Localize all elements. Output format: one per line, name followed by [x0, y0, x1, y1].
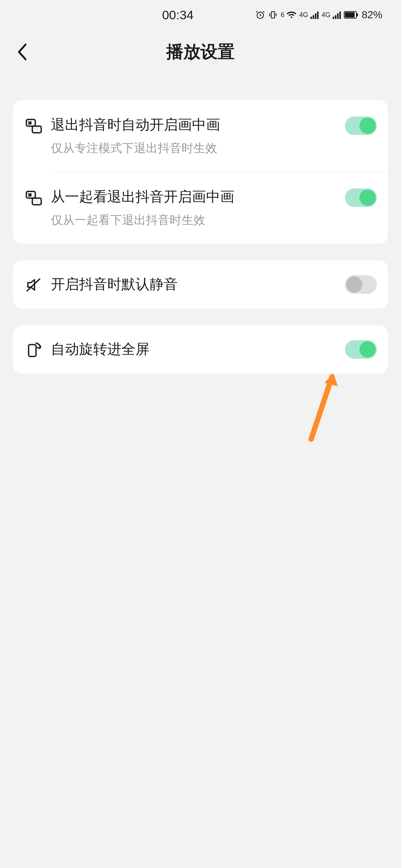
setting-title: 从一起看退出抖音开启画中画 [51, 188, 338, 206]
settings-content: 退出抖音时自动开启画中画 仅从专注模式下退出抖音时生效 从一起看退出抖音开启画中… [0, 74, 401, 374]
rotate-icon [24, 340, 43, 359]
settings-group-pip: 退出抖音时自动开启画中画 仅从专注模式下退出抖音时生效 从一起看退出抖音开启画中… [13, 100, 388, 244]
toggle-thumb [346, 276, 362, 293]
setting-pip-on-exit[interactable]: 退出抖音时自动开启画中画 仅从专注模式下退出抖音时生效 [13, 100, 388, 172]
wifi-icon: 6 [281, 11, 296, 19]
signal-2-icon: 4G [322, 11, 341, 19]
mute-icon [24, 275, 43, 295]
setting-pip-watch-together[interactable]: 从一起看退出抖音开启画中画 仅从一起看下退出抖音时生效 [13, 172, 388, 244]
back-button[interactable] [11, 41, 33, 63]
settings-group-mute: 开启抖音时默认静音 [13, 260, 388, 309]
svg-line-10 [311, 377, 332, 439]
setting-text: 自动旋转进全屏 [51, 340, 338, 358]
svg-rect-9 [29, 345, 36, 356]
status-indicators: 6 4G 4G 82% [255, 9, 382, 21]
svg-rect-3 [345, 12, 355, 17]
battery-icon [344, 11, 359, 19]
setting-text: 退出抖音时自动开启画中画 仅从专注模式下退出抖音时生效 [51, 116, 338, 156]
svg-rect-1 [271, 11, 275, 18]
toggle-auto-rotate-fullscreen[interactable] [345, 340, 377, 359]
setting-desc: 仅从一起看下退出抖音时生效 [51, 213, 338, 228]
setting-desc: 仅从专注模式下退出抖音时生效 [51, 141, 338, 156]
toggle-mute-on-start[interactable] [345, 275, 377, 294]
alarm-icon [255, 10, 265, 20]
setting-auto-rotate-fullscreen[interactable]: 自动旋转进全屏 [13, 325, 388, 374]
status-time: 00:34 [19, 8, 255, 22]
svg-rect-8 [32, 198, 41, 205]
vibrate-icon [268, 10, 278, 20]
setting-text: 开启抖音时默认静音 [51, 275, 338, 293]
toggle-thumb [359, 341, 376, 358]
toggle-pip-watch-together[interactable] [345, 188, 377, 207]
toggle-pip-on-exit[interactable] [345, 116, 377, 135]
toggle-thumb [359, 118, 376, 134]
svg-rect-4 [357, 13, 358, 16]
settings-group-rotate: 自动旋转进全屏 [13, 325, 388, 374]
pip-icon [24, 188, 43, 208]
pip-icon [24, 116, 43, 136]
page-title: 播放设置 [166, 40, 235, 63]
setting-title: 开启抖音时默认静音 [51, 275, 338, 293]
setting-text: 从一起看退出抖音开启画中画 仅从一起看下退出抖音时生效 [51, 188, 338, 228]
svg-rect-6 [32, 126, 41, 133]
signal-1-icon: 4G [299, 11, 319, 19]
app-header: 播放设置 [0, 30, 401, 74]
setting-title: 退出抖音时自动开启画中画 [51, 116, 338, 134]
setting-mute-on-start[interactable]: 开启抖音时默认静音 [13, 260, 388, 309]
setting-title: 自动旋转进全屏 [51, 340, 338, 358]
annotation-arrow [301, 371, 375, 445]
toggle-thumb [359, 190, 376, 206]
battery-percent: 82% [362, 9, 382, 21]
chevron-left-icon [17, 43, 28, 61]
status-bar: 00:34 6 4G 4G 82% [0, 0, 401, 30]
